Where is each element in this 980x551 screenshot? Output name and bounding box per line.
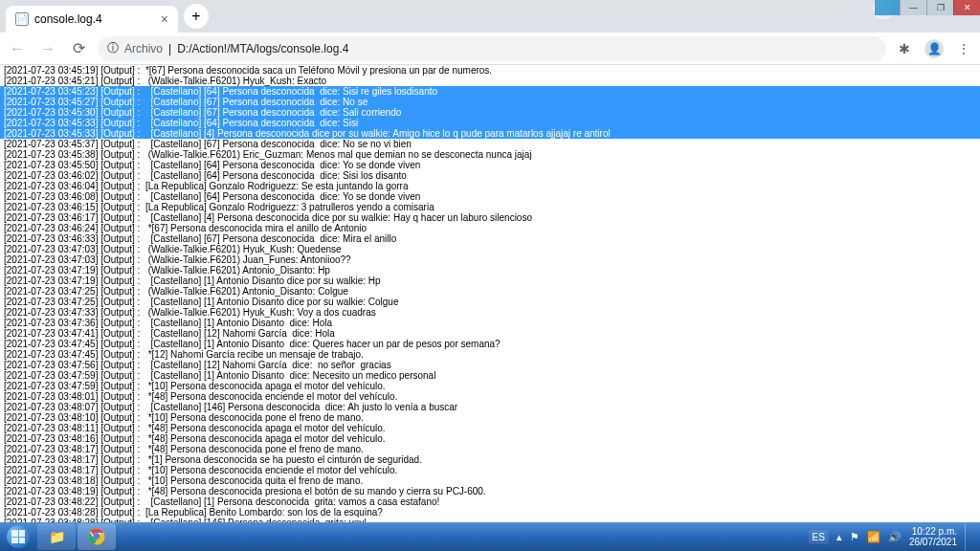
- log-line[interactable]: [2021-07-23 03:45:33] [Output] : [Castel…: [0, 128, 980, 139]
- log-line[interactable]: [2021-07-23 03:48:22] [Output] : [Castel…: [0, 496, 980, 507]
- tab-active[interactable]: 📄 console.log.4 ×: [6, 6, 178, 33]
- maximize-button[interactable]: ❐: [926, 0, 953, 15]
- log-line[interactable]: [2021-07-23 03:47:45] [Output] : [Castel…: [0, 339, 980, 349]
- log-line[interactable]: [2021-07-23 03:46:04] [Output] : [La Rep…: [0, 181, 980, 191]
- log-line[interactable]: [2021-07-23 03:48:07] [Output] : [Castel…: [0, 402, 980, 412]
- tray-flag-icon[interactable]: ⚑: [850, 531, 859, 543]
- menu-icon[interactable]: ⋮: [953, 38, 974, 59]
- log-line[interactable]: [2021-07-23 03:46:17] [Output] : [Castel…: [0, 212, 980, 223]
- address-bar: ← → ⟳ ⓘ Archivo | D:/Action!/MTA/logs/co…: [0, 33, 980, 65]
- language-indicator[interactable]: ES: [809, 530, 829, 544]
- show-desktop-button[interactable]: [965, 522, 974, 551]
- log-line[interactable]: [2021-07-23 03:47:36] [Output] : [Castel…: [0, 318, 980, 328]
- tab-close-icon[interactable]: ×: [161, 11, 168, 27]
- log-line[interactable]: [2021-07-23 03:45:19] [Output] : *[67] P…: [0, 65, 980, 76]
- log-line[interactable]: [2021-07-23 03:46:24] [Output] : *[67] P…: [0, 223, 980, 233]
- log-line[interactable]: [2021-07-23 03:48:28] [Output] : [La Rep…: [0, 507, 980, 518]
- clock-time: 10:22 p.m.: [909, 526, 957, 537]
- log-line[interactable]: [2021-07-23 03:48:19] [Output] : *[48] P…: [0, 486, 980, 496]
- log-line[interactable]: [2021-07-23 03:48:10] [Output] : *[10] P…: [0, 412, 980, 423]
- log-line[interactable]: [2021-07-23 03:46:02] [Output] : [Castel…: [0, 170, 980, 181]
- log-line[interactable]: [2021-07-23 03:47:45] [Output] : *[12] N…: [0, 349, 980, 360]
- clock[interactable]: 10:22 p.m. 26/07/2021: [909, 526, 957, 547]
- log-line[interactable]: [2021-07-23 03:48:17] [Output] : *[10] P…: [0, 465, 980, 475]
- clock-date: 26/07/2021: [909, 537, 957, 547]
- window-controls-overlay: — ❐ ✕: [875, 0, 980, 15]
- log-line[interactable]: [2021-07-23 03:47:25] [Output] : (Walkie…: [0, 286, 980, 297]
- forward-button[interactable]: →: [36, 37, 59, 60]
- profile-avatar[interactable]: 👤: [924, 39, 944, 58]
- system-tray: ES ▴ ⚑ 📶 🔊 10:22 p.m. 26/07/2021: [809, 522, 980, 551]
- log-line[interactable]: [2021-07-23 03:47:03] [Output] : (Walkie…: [0, 254, 980, 265]
- start-button[interactable]: [0, 522, 36, 551]
- log-line[interactable]: [2021-07-23 03:45:37] [Output] : [Castel…: [0, 139, 980, 149]
- log-line[interactable]: [2021-07-23 03:46:08] [Output] : [Castel…: [0, 191, 980, 202]
- log-line[interactable]: [2021-07-23 03:47:03] [Output] : (Walkie…: [0, 244, 980, 254]
- log-line[interactable]: [2021-07-23 03:47:33] [Output] : (Walkie…: [0, 307, 980, 318]
- log-line[interactable]: [2021-07-23 03:47:19] [Output] : (Walkie…: [0, 265, 980, 276]
- log-line[interactable]: [2021-07-23 03:45:50] [Output] : [Castel…: [0, 160, 980, 170]
- log-line[interactable]: [2021-07-23 03:47:25] [Output] : [Castel…: [0, 297, 980, 307]
- log-line[interactable]: [2021-07-23 03:48:18] [Output] : *[10] P…: [0, 475, 980, 486]
- log-line[interactable]: [2021-07-23 03:46:15] [Output] : [La Rep…: [0, 202, 980, 212]
- tray-network-icon[interactable]: 📶: [867, 531, 880, 543]
- chrome-window: 📄 console.log.4 × + ← → ⟳ ⓘ Archivo | D:…: [0, 0, 980, 522]
- log-line[interactable]: [2021-07-23 03:45:38] [Output] : (Walkie…: [0, 149, 980, 160]
- url-path: D:/Action!/MTA/logs/console.log.4: [177, 42, 348, 55]
- info-icon: ⓘ: [107, 40, 119, 56]
- taskbar-item-chrome[interactable]: [78, 523, 116, 550]
- tray-chevron-icon[interactable]: ▴: [836, 531, 842, 543]
- log-line[interactable]: [2021-07-23 03:45:23] [Output] : [Castel…: [0, 86, 980, 97]
- tab-strip: 📄 console.log.4 × +: [0, 0, 980, 33]
- log-line[interactable]: [2021-07-23 03:47:59] [Output] : [Castel…: [0, 370, 980, 381]
- tab-title: console.log.4: [34, 12, 102, 26]
- url-input[interactable]: ⓘ Archivo | D:/Action!/MTA/logs/console.…: [98, 36, 886, 61]
- extensions-icon[interactable]: ✱: [894, 38, 915, 59]
- log-line[interactable]: [2021-07-23 03:48:17] [Output] : *[1] Pe…: [0, 454, 980, 465]
- log-line[interactable]: [2021-07-23 03:48:01] [Output] : *[48] P…: [0, 391, 980, 402]
- taskbar-item-explorer[interactable]: 📁: [37, 523, 76, 550]
- log-line[interactable]: [2021-07-23 03:45:21] [Output] : (Walkie…: [0, 76, 980, 86]
- log-line[interactable]: [2021-07-23 03:45:33] [Output] : [Castel…: [0, 118, 980, 128]
- taskbar: 📁 ES ▴ ⚑ 📶 🔊 10:22 p.m. 26/07/2021: [0, 522, 980, 551]
- log-content[interactable]: [2021-07-23 03:45:19] [Output] : *[67] P…: [0, 65, 980, 522]
- log-line[interactable]: [2021-07-23 03:47:41] [Output] : [Castel…: [0, 328, 980, 339]
- log-line[interactable]: [2021-07-23 03:47:59] [Output] : *[10] P…: [0, 381, 980, 391]
- log-line[interactable]: [2021-07-23 03:48:17] [Output] : *[48] P…: [0, 444, 980, 454]
- close-button[interactable]: ✕: [953, 0, 980, 15]
- log-line[interactable]: [2021-07-23 03:45:27] [Output] : [Castel…: [0, 97, 980, 107]
- url-scheme: Archivo: [124, 42, 163, 55]
- log-line[interactable]: [2021-07-23 03:47:19] [Output] : [Castel…: [0, 276, 980, 286]
- log-line[interactable]: [2021-07-23 03:45:30] [Output] : [Castel…: [0, 107, 980, 118]
- log-line[interactable]: [2021-07-23 03:48:11] [Output] : *[48] P…: [0, 423, 980, 433]
- log-line[interactable]: [2021-07-23 03:47:56] [Output] : [Castel…: [0, 360, 980, 370]
- minimize-button[interactable]: —: [900, 0, 926, 15]
- log-line[interactable]: [2021-07-23 03:46:33] [Output] : [Castel…: [0, 233, 980, 244]
- url-separator: |: [168, 42, 171, 55]
- new-tab-button[interactable]: +: [184, 4, 209, 29]
- toolbar-right: ✱ 👤 ⋮: [894, 38, 974, 59]
- back-button[interactable]: ←: [6, 37, 29, 60]
- file-icon: 📄: [15, 12, 29, 26]
- log-line[interactable]: [2021-07-23 03:48:16] [Output] : *[48] P…: [0, 433, 980, 444]
- tray-volume-icon[interactable]: 🔊: [888, 531, 902, 543]
- reload-button[interactable]: ⟳: [67, 37, 90, 60]
